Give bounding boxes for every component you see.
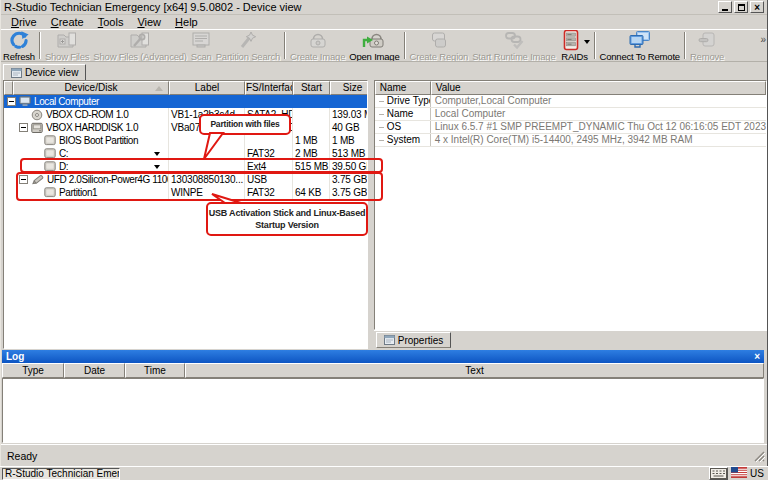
dropdown-caret-icon[interactable]: [584, 40, 590, 44]
cell-label: VB1-1a2b3c4d: [169, 108, 245, 121]
menu-create[interactable]: Create: [45, 16, 90, 28]
title-bar[interactable]: R-Studio Technician Emergency [x64] 9.5.…: [1, 0, 767, 15]
menu-tools[interactable]: Tools: [92, 16, 130, 28]
partition-dropdown-caret-icon[interactable]: [154, 165, 160, 169]
device-name-text: VBOX CD-ROM 1.0: [46, 108, 128, 121]
properties-header: NameValue: [375, 81, 766, 95]
property-value: Computer,Local Computer: [431, 95, 766, 107]
property-row-drive-type[interactable]: Drive TypeComputer,Local Computer: [375, 95, 766, 108]
toolbar-separator: [404, 32, 406, 59]
device-name-text: VBOX HARDDISK 1.0: [46, 121, 138, 134]
log-title-bar[interactable]: Log ×: [2, 350, 764, 363]
device-row-vbox-harddisk-1-0[interactable]: VBOX HARDDISK 1.0VBa07SATA2, HDD40 GB: [4, 121, 367, 134]
log-close-icon[interactable]: ×: [754, 352, 760, 362]
toolbar-label: Create Region: [410, 51, 469, 62]
keyboard-layout-icon[interactable]: [709, 467, 728, 480]
toolbar-show-files: Show Files: [43, 30, 91, 61]
cell-device-name: D:: [4, 160, 169, 173]
toolbar-label: Start Runtime Image: [472, 51, 555, 62]
cell-label: [169, 134, 245, 147]
cell-label: [169, 147, 245, 160]
tree-collapse-icon[interactable]: [19, 123, 28, 132]
column-header-start[interactable]: Start: [293, 81, 330, 95]
toolbar-overflow-chevron[interactable]: »: [760, 34, 766, 45]
device-row-partition1[interactable]: Partition1WINPEFAT3264 KB3.75 GB: [4, 186, 367, 199]
cell-label: VBa07: [169, 121, 245, 134]
property-value: Local Computer: [431, 108, 766, 120]
cell-start: [293, 173, 330, 186]
partition-icon: [44, 148, 56, 159]
remove-icon: [697, 30, 717, 52]
property-row-system[interactable]: System4 x Intel(R) Core(TM) i5-14400, 24…: [375, 134, 766, 147]
minimize-button[interactable]: [718, 1, 732, 13]
close-icon: ×: [754, 3, 760, 12]
device-row-d[interactable]: D:Ext4515 MB39.50 GB: [4, 160, 367, 173]
toolbar: RefreshShow FilesShow Files (Advanced)Sc…: [1, 29, 767, 62]
device-row-bios-boot-partition[interactable]: BIOS Boot Partition1 MB1 MB: [4, 134, 367, 147]
menu-help[interactable]: Help: [169, 16, 204, 28]
menu-drive[interactable]: Drive: [5, 16, 43, 28]
window-title: R-Studio Technician Emergency [x64] 9.5.…: [4, 1, 302, 13]
toolbar-connect-to-remote[interactable]: Connect To Remote: [598, 30, 682, 61]
raids-icon: [560, 29, 582, 53]
property-name: Drive Type: [375, 95, 431, 107]
toolbar-open-image[interactable]: Open Image: [347, 30, 401, 61]
close-button[interactable]: ×: [750, 1, 764, 13]
us-flag-icon[interactable]: [731, 467, 747, 480]
tab-properties[interactable]: Properties: [376, 332, 452, 348]
column-header-value[interactable]: Value: [431, 81, 766, 95]
cell-fs: SATA2, HDD: [245, 121, 293, 134]
property-name: OS: [375, 121, 431, 133]
tab-device-view-label: Device view: [25, 67, 78, 78]
cell-size: 40 GB: [330, 121, 368, 134]
partition-icon: [44, 161, 56, 172]
device-name-text: C:: [59, 147, 68, 160]
tree-collapse-icon[interactable]: [7, 97, 16, 106]
resize-grip[interactable]: [753, 450, 765, 464]
cell-size: 3.75 GB: [330, 186, 368, 199]
toolbar-start-runtime-image: Start Runtime Image: [470, 30, 557, 61]
property-name: System: [375, 134, 431, 146]
device-row-local-computer[interactable]: Local Computer: [4, 95, 367, 108]
column-header-size[interactable]: Size: [330, 81, 368, 95]
cell-fs: SATA2, HDD: [245, 108, 293, 121]
column-header-label[interactable]: Label: [169, 81, 245, 95]
device-row-c[interactable]: C:FAT322 MB513 MB: [4, 147, 367, 160]
tab-device-view[interactable]: Device view: [3, 64, 86, 80]
toolbar-refresh[interactable]: Refresh: [1, 30, 37, 61]
tree-collapse-icon[interactable]: [19, 175, 28, 184]
taskbar-app-button[interactable]: R-Studio Technician Emerg...: [2, 468, 120, 480]
cell-device-name: Local Computer: [4, 95, 169, 108]
column-header-device-disk[interactable]: Device/Disk: [13, 81, 169, 95]
log-column-header-type[interactable]: Type: [2, 363, 64, 378]
cell-fs: Ext4: [245, 160, 293, 173]
toolbar-raids[interactable]: RAIDs: [558, 30, 592, 61]
partition-dropdown-caret-icon[interactable]: [154, 152, 160, 156]
log-column-header-time[interactable]: Time: [125, 363, 185, 378]
cell-device-name: BIOS Boot Partition: [4, 134, 169, 147]
property-row-name[interactable]: NameLocal Computer: [375, 108, 766, 121]
log-column-header-text[interactable]: Text: [185, 363, 764, 378]
tab-properties-label: Properties: [398, 335, 444, 346]
language-indicator[interactable]: US: [750, 468, 764, 479]
property-row-os[interactable]: OSLinux 6.5.7 #1 SMP PREEMPT_DYNAMIC Thu…: [375, 121, 766, 134]
cell-device-name: VBOX CD-ROM 1.0: [4, 108, 169, 121]
device-table-rows: Local ComputerVBOX CD-ROM 1.0VB1-1a2b3c4…: [4, 95, 367, 199]
app-window: R-Studio Technician Emergency [x64] 9.5.…: [0, 0, 768, 466]
partition-search-icon: [238, 30, 258, 52]
log-column-header-date[interactable]: Date: [64, 363, 125, 378]
partition-icon: [44, 187, 56, 198]
maximize-button[interactable]: [734, 1, 748, 13]
device-row-ufd-2-0silicon-power4g-1100[interactable]: UFD 2.0Silicon-Power4G 1100130308850130.…: [4, 173, 367, 186]
column-header-fs-interface[interactable]: FS/Interface: [245, 81, 293, 95]
device-row-vbox-cd-rom-1-0[interactable]: VBOX CD-ROM 1.0VB1-1a2b3c4dSATA2, HDD139…: [4, 108, 367, 121]
column-header-name[interactable]: Name: [375, 81, 431, 95]
cell-start: [293, 108, 330, 121]
toolbar-label: RAIDs: [561, 51, 587, 62]
view-tab-bar: Device view: [1, 62, 767, 80]
menu-view[interactable]: View: [131, 16, 167, 28]
toolbar-label: Open Image: [349, 51, 399, 62]
toolbar-separator: [39, 32, 41, 59]
toolbar-show-files-advanced: Show Files (Advanced): [91, 30, 188, 61]
cell-start: 64 KB: [293, 186, 330, 199]
